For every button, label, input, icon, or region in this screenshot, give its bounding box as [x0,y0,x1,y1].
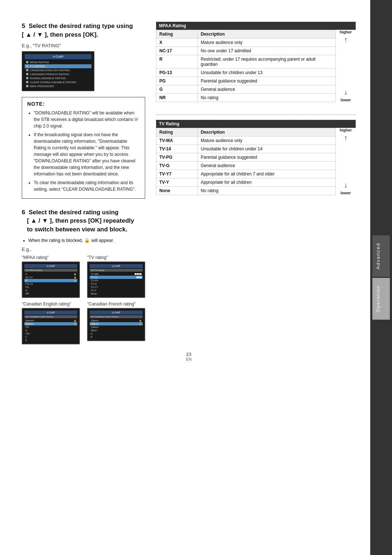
mpaa-rating-header: MPAA Rating [156,22,356,30]
rating-r: R [156,55,198,69]
eg-can-en-caption: "Canadian English rating" [22,301,71,307]
section-divider [156,114,356,115]
mpaa-col-rating: Rating [156,30,198,39]
table-row: TV-G General audience [156,162,336,170]
step6-heading: 6 Select the desired rating using [ ▲ / … [22,208,356,234]
eg-mpaa-g: G [24,289,77,292]
eg-mpaa-nr: NR [24,292,77,295]
step6-eg-section: E.g., "MPAA rating" V-CHIP Set MPAA Rati… [22,247,356,344]
note-box: NOTE: "DOWNLOADABLE RATING" will be avai… [22,97,145,199]
eg-tv-screen: V-CHIP Set TV Rating TV-MA TV-14 [87,262,145,298]
table-row: NC-17 No one under 17 admitted [156,47,336,55]
note-title: NOTE: [27,101,140,107]
menu-item-cdl: CLEAR DOWNLOADABLE RATING [25,80,91,84]
right-column: MPAA Rating Rating Description [156,22,356,204]
sidebar-tab-advanced[interactable]: Advanced [372,235,390,277]
mpaa-arrow-up: ↑ [344,36,348,44]
eg-can-en: "Canadian English rating" V-CHIP Set Can… [22,301,80,344]
eg-tv-subheader: Set TV Rating [90,269,143,272]
bar [136,273,138,275]
tv-table: Rating Description TV-MA Mature audience… [156,128,336,195]
mpaa-arrow-down: ↓ [344,88,348,96]
main-content: 5 Select the desired rating type using[ … [0,0,370,555]
tv-table-wrapper: Rating Description TV-MA Mature audience… [156,128,356,195]
note-bullet-3: To clear the downloadable rating informa… [34,179,140,193]
table-row: TV-Y Appropriate for all children [156,178,336,187]
desc-tvy: Appropriate for all children [198,178,336,187]
screen-header: V-CHIP [25,54,91,59]
rating-nc17: NC-17 [156,47,198,55]
step6-bullet-1: When the rating is blocked, 🔒 will appea… [28,238,356,243]
menu-item-pw: NEW PASSWORD [25,84,91,88]
rating-pg13: PG-13 [156,69,198,77]
mpaa-higher-label: higher [340,30,352,34]
tv-rating-section: TV Rating Rating Description [156,120,356,195]
tv-lower-label: lower [340,191,351,195]
mpaa-higher-lower: higher ↑ ↓ lower [336,30,356,102]
menu-indicator [26,65,28,67]
table-row: R Restricted; under 17 requires accompan… [156,55,336,69]
eg-can-fr-header: V-CHIP [90,311,143,315]
bar [135,273,136,275]
tv-col-rating: Rating [156,128,198,137]
eg-tv-14: TV-14 [90,276,143,279]
menu-item-mpaa: MPAA RATING [25,60,91,64]
eg-can-fr-caption: "Canadian French rating" [87,301,136,307]
eg-mpaa-header: V-CHIP [24,264,77,268]
desc-tvma: Mature audience only [198,137,336,145]
eg-tv-y7: TV-Y7 [90,285,143,289]
desc-nr: No rating [198,94,336,102]
bar [140,273,142,275]
eg-can-en-c: C [24,335,77,339]
rating-tvy7: TV-Y7 [156,170,198,178]
eg-can-fr-16: 16ans+ 🔒 [90,322,143,325]
page-number: 23 EN [22,352,356,361]
desc-r: Restricted; under 17 requires accompanyi… [198,55,336,69]
menu-indicator [26,73,28,75]
step5-section: 5 Select the desired rating type using[ … [22,22,356,204]
lock-icon: 🔒 [74,323,76,325]
eg-tv: "TV rating" V-CHIP Set TV Rating TV-MA [87,255,145,298]
tv-higher-lower: higher ↑ ↓ lower [336,128,356,195]
eg-mpaa: "MPAA rating" V-CHIP Set MPAA Rating X 🔒… [22,255,80,298]
eg-mpaa-r: R 🔒 [24,279,77,282]
right-sidebar: Advanced Operation [370,0,392,555]
step5-number: 5 [22,23,25,29]
menu-item-dl: DOWNLOADABLE RATING [25,76,91,80]
step5-title: Select the desired rating type using[ ▲ … [22,23,133,38]
eg-mpaa-caption: "MPAA rating" [22,255,49,260]
lock-icon: 🔒 [139,319,142,322]
note-bullet-2: If the broadcasting signal does not have… [34,131,140,177]
desc-tv14: Unsuitable for children under 14 [198,145,336,153]
eg-mpaa-nc17: NC-17 🔒 [24,276,77,279]
left-column: 5 Select the desired rating type using[ … [22,22,145,204]
desc-tvg: General audience [198,162,336,170]
tv-bars [136,276,142,278]
rating-pg: PG [156,77,198,85]
tv-higher-label: higher [340,128,352,132]
step6-section: 6 Select the desired rating using [ ▲ / … [22,208,356,344]
page-num-value: 23 [186,352,191,357]
table-row: PG-13 Unsuitable for children under 13 [156,69,336,77]
step6-eg-row1: "MPAA rating" V-CHIP Set MPAA Rating X 🔒… [22,255,356,298]
rating-g: G [156,85,198,94]
mpaa-rating-section: MPAA Rating Rating Description [156,22,356,102]
lock-icon: 🔒 [74,276,76,279]
table-row: NR No rating [156,94,336,102]
eg-tv-header: V-CHIP [90,264,143,268]
rating-none: None [156,187,198,195]
menu-indicator [26,61,28,63]
step5-screen: V-CHIP MPAA RATING TV RATING CANADIAN EN… [22,51,94,91]
table-row: TV-MA Mature audience only [156,137,336,145]
lock-icon: 🔒 [139,323,142,325]
table-row: G General audience [156,85,336,94]
step6-eg-row2: "Canadian English rating" V-CHIP Set Can… [22,301,356,344]
eg-tv-g: TV-G [90,282,143,285]
sidebar-tab-operation[interactable]: Operation [372,278,390,320]
table-row: PG Parental guidance suggested [156,77,336,85]
eg-can-fr-subheader: Set Canadian French Rating [90,315,143,318]
eg-can-fr-18: 18ans+ 🔒 [90,319,143,322]
eg-can-en-mature-plus: Mature+ 🔒 [24,319,77,322]
menu-item-cfr: CANADIAN FRENCH RATING [25,72,91,76]
eg-can-fr-e: E [90,335,143,339]
